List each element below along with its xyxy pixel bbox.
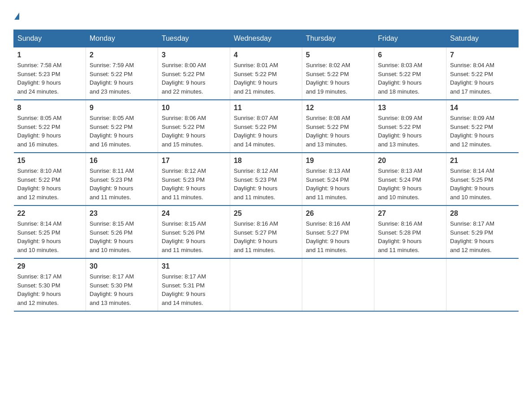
day-info: Sunrise: 8:17 AMSunset: 5:31 PMDaylight:… (162, 272, 226, 307)
header-sunday: Sunday (14, 30, 86, 47)
day-info: Sunrise: 8:12 AMSunset: 5:23 PMDaylight:… (234, 167, 298, 201)
calendar-cell (230, 258, 302, 311)
calendar-cell: 25Sunrise: 8:16 AMSunset: 5:27 PMDayligh… (230, 206, 302, 258)
day-info: Sunrise: 8:13 AMSunset: 5:24 PMDaylight:… (306, 167, 370, 201)
header-thursday: Thursday (302, 30, 374, 47)
calendar-week-row: 22Sunrise: 8:14 AMSunset: 5:25 PMDayligh… (14, 206, 519, 258)
calendar-cell (374, 258, 446, 311)
day-info: Sunrise: 8:13 AMSunset: 5:24 PMDaylight:… (378, 167, 442, 201)
day-number: 18 (234, 157, 298, 165)
header-tuesday: Tuesday (158, 30, 230, 47)
calendar-week-row: 1Sunrise: 7:58 AMSunset: 5:23 PMDaylight… (14, 47, 519, 100)
day-number: 17 (162, 157, 226, 165)
header-friday: Friday (374, 30, 446, 47)
day-info: Sunrise: 8:11 AMSunset: 5:23 PMDaylight:… (90, 167, 154, 201)
day-info: Sunrise: 8:17 AMSunset: 5:30 PMDaylight:… (90, 272, 154, 307)
day-info: Sunrise: 7:59 AMSunset: 5:22 PMDaylight:… (90, 61, 154, 96)
logo (13, 13, 19, 21)
calendar-cell: 19Sunrise: 8:13 AMSunset: 5:24 PMDayligh… (302, 153, 374, 206)
calendar-cell: 4Sunrise: 8:01 AMSunset: 5:22 PMDaylight… (230, 47, 302, 100)
calendar-cell: 7Sunrise: 8:04 AMSunset: 5:22 PMDaylight… (446, 47, 519, 100)
day-info: Sunrise: 8:17 AMSunset: 5:29 PMDaylight:… (450, 219, 515, 254)
day-number: 13 (378, 104, 442, 112)
calendar-cell: 1Sunrise: 7:58 AMSunset: 5:23 PMDaylight… (14, 47, 86, 100)
calendar-cell: 30Sunrise: 8:17 AMSunset: 5:30 PMDayligh… (86, 258, 158, 311)
calendar-cell: 29Sunrise: 8:17 AMSunset: 5:30 PMDayligh… (14, 258, 86, 311)
calendar-cell (446, 258, 519, 311)
day-number: 5 (306, 51, 370, 59)
day-info: Sunrise: 8:15 AMSunset: 5:26 PMDaylight:… (162, 219, 226, 254)
logo-triangle-icon (14, 13, 19, 20)
day-info: Sunrise: 8:01 AMSunset: 5:22 PMDaylight:… (234, 61, 298, 96)
calendar-cell: 14Sunrise: 8:09 AMSunset: 5:22 PMDayligh… (446, 100, 519, 153)
day-number: 21 (450, 157, 515, 165)
day-info: Sunrise: 8:17 AMSunset: 5:30 PMDaylight:… (17, 272, 82, 307)
day-number: 4 (234, 51, 298, 59)
day-number: 10 (162, 104, 226, 112)
calendar-cell: 24Sunrise: 8:15 AMSunset: 5:26 PMDayligh… (158, 206, 230, 258)
calendar-cell: 22Sunrise: 8:14 AMSunset: 5:25 PMDayligh… (14, 206, 86, 258)
day-info: Sunrise: 8:16 AMSunset: 5:28 PMDaylight:… (378, 219, 442, 254)
day-number: 30 (90, 262, 154, 270)
day-info: Sunrise: 8:09 AMSunset: 5:22 PMDaylight:… (450, 114, 515, 149)
day-info: Sunrise: 8:10 AMSunset: 5:22 PMDaylight:… (17, 167, 82, 201)
calendar-cell (302, 258, 374, 311)
day-number: 6 (378, 51, 442, 59)
day-info: Sunrise: 8:05 AMSunset: 5:22 PMDaylight:… (90, 114, 154, 149)
day-number: 25 (234, 210, 298, 218)
day-info: Sunrise: 8:02 AMSunset: 5:22 PMDaylight:… (306, 61, 370, 96)
calendar-cell: 12Sunrise: 8:08 AMSunset: 5:22 PMDayligh… (302, 100, 374, 153)
day-number: 11 (234, 104, 298, 112)
day-info: Sunrise: 8:00 AMSunset: 5:22 PMDaylight:… (162, 61, 226, 96)
header (13, 13, 519, 21)
day-info: Sunrise: 8:04 AMSunset: 5:22 PMDaylight:… (450, 61, 515, 96)
calendar-week-row: 15Sunrise: 8:10 AMSunset: 5:22 PMDayligh… (14, 153, 519, 206)
calendar-cell: 31Sunrise: 8:17 AMSunset: 5:31 PMDayligh… (158, 258, 230, 311)
day-number: 31 (162, 262, 226, 270)
day-info: Sunrise: 8:14 AMSunset: 5:25 PMDaylight:… (450, 167, 515, 201)
calendar-cell: 16Sunrise: 8:11 AMSunset: 5:23 PMDayligh… (86, 153, 158, 206)
day-number: 19 (306, 157, 370, 165)
day-number: 14 (450, 104, 515, 112)
calendar-cell: 18Sunrise: 8:12 AMSunset: 5:23 PMDayligh… (230, 153, 302, 206)
calendar-cell: 17Sunrise: 8:12 AMSunset: 5:23 PMDayligh… (158, 153, 230, 206)
day-number: 26 (306, 210, 370, 218)
calendar-cell: 27Sunrise: 8:16 AMSunset: 5:28 PMDayligh… (374, 206, 446, 258)
calendar-week-row: 29Sunrise: 8:17 AMSunset: 5:30 PMDayligh… (14, 258, 519, 311)
day-number: 16 (90, 157, 154, 165)
day-info: Sunrise: 8:15 AMSunset: 5:26 PMDaylight:… (90, 219, 154, 254)
calendar-header-row: SundayMondayTuesdayWednesdayThursdayFrid… (14, 30, 519, 47)
day-number: 23 (90, 210, 154, 218)
calendar-cell: 6Sunrise: 8:03 AMSunset: 5:22 PMDaylight… (374, 47, 446, 100)
day-info: Sunrise: 8:09 AMSunset: 5:22 PMDaylight:… (378, 114, 442, 149)
calendar-cell: 15Sunrise: 8:10 AMSunset: 5:22 PMDayligh… (14, 153, 86, 206)
day-info: Sunrise: 7:58 AMSunset: 5:23 PMDaylight:… (17, 61, 82, 96)
day-info: Sunrise: 8:05 AMSunset: 5:22 PMDaylight:… (17, 114, 82, 149)
day-info: Sunrise: 8:12 AMSunset: 5:23 PMDaylight:… (162, 167, 226, 201)
calendar-cell: 11Sunrise: 8:07 AMSunset: 5:22 PMDayligh… (230, 100, 302, 153)
day-number: 20 (378, 157, 442, 165)
day-number: 9 (90, 104, 154, 112)
day-number: 3 (162, 51, 226, 59)
header-saturday: Saturday (446, 30, 519, 47)
calendar-cell: 8Sunrise: 8:05 AMSunset: 5:22 PMDaylight… (14, 100, 86, 153)
calendar-cell: 9Sunrise: 8:05 AMSunset: 5:22 PMDaylight… (86, 100, 158, 153)
calendar-cell: 2Sunrise: 7:59 AMSunset: 5:22 PMDaylight… (86, 47, 158, 100)
calendar-cell: 10Sunrise: 8:06 AMSunset: 5:22 PMDayligh… (158, 100, 230, 153)
header-monday: Monday (86, 30, 158, 47)
calendar-cell: 21Sunrise: 8:14 AMSunset: 5:25 PMDayligh… (446, 153, 519, 206)
calendar-cell: 23Sunrise: 8:15 AMSunset: 5:26 PMDayligh… (86, 206, 158, 258)
day-info: Sunrise: 8:16 AMSunset: 5:27 PMDaylight:… (234, 219, 298, 254)
calendar-cell: 13Sunrise: 8:09 AMSunset: 5:22 PMDayligh… (374, 100, 446, 153)
day-number: 24 (162, 210, 226, 218)
day-number: 28 (450, 210, 515, 218)
day-number: 29 (17, 262, 82, 270)
calendar-cell: 28Sunrise: 8:17 AMSunset: 5:29 PMDayligh… (446, 206, 519, 258)
day-number: 12 (306, 104, 370, 112)
day-info: Sunrise: 8:03 AMSunset: 5:22 PMDaylight:… (378, 61, 442, 96)
day-number: 2 (90, 51, 154, 59)
calendar-cell: 20Sunrise: 8:13 AMSunset: 5:24 PMDayligh… (374, 153, 446, 206)
day-number: 27 (378, 210, 442, 218)
calendar-table: SundayMondayTuesdayWednesdayThursdayFrid… (13, 30, 519, 312)
day-number: 15 (17, 157, 82, 165)
